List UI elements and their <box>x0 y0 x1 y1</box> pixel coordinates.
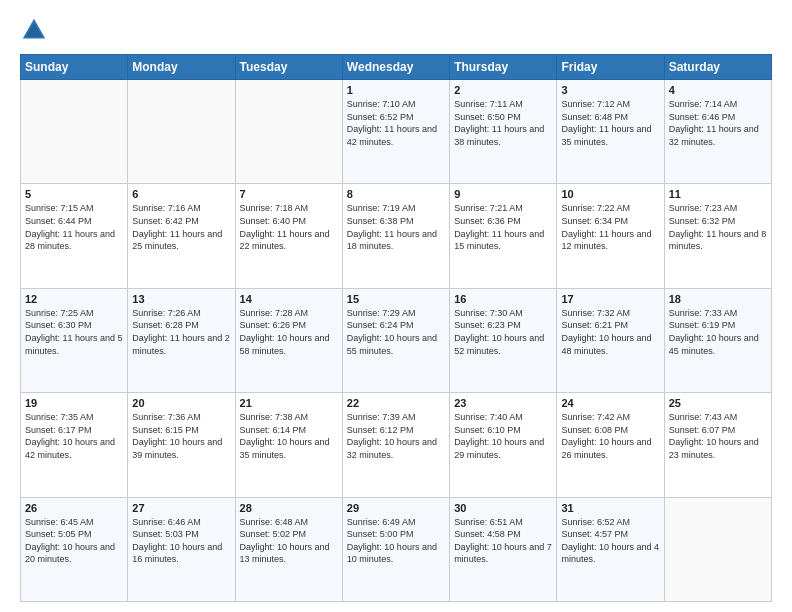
calendar-cell: 31Sunrise: 6:52 AM Sunset: 4:57 PM Dayli… <box>557 497 664 601</box>
calendar-cell: 17Sunrise: 7:32 AM Sunset: 6:21 PM Dayli… <box>557 288 664 392</box>
day-number: 29 <box>347 502 445 514</box>
calendar-day-header: Monday <box>128 55 235 80</box>
day-number: 30 <box>454 502 552 514</box>
day-info: Sunrise: 7:35 AM Sunset: 6:17 PM Dayligh… <box>25 411 123 461</box>
calendar-week-row: 12Sunrise: 7:25 AM Sunset: 6:30 PM Dayli… <box>21 288 772 392</box>
day-number: 5 <box>25 188 123 200</box>
day-info: Sunrise: 7:42 AM Sunset: 6:08 PM Dayligh… <box>561 411 659 461</box>
day-info: Sunrise: 7:28 AM Sunset: 6:26 PM Dayligh… <box>240 307 338 357</box>
day-info: Sunrise: 7:30 AM Sunset: 6:23 PM Dayligh… <box>454 307 552 357</box>
header <box>20 16 772 44</box>
day-info: Sunrise: 7:23 AM Sunset: 6:32 PM Dayligh… <box>669 202 767 252</box>
calendar-cell: 10Sunrise: 7:22 AM Sunset: 6:34 PM Dayli… <box>557 184 664 288</box>
calendar-cell: 30Sunrise: 6:51 AM Sunset: 4:58 PM Dayli… <box>450 497 557 601</box>
calendar-cell: 8Sunrise: 7:19 AM Sunset: 6:38 PM Daylig… <box>342 184 449 288</box>
calendar-cell: 3Sunrise: 7:12 AM Sunset: 6:48 PM Daylig… <box>557 80 664 184</box>
calendar-cell: 13Sunrise: 7:26 AM Sunset: 6:28 PM Dayli… <box>128 288 235 392</box>
calendar-cell: 5Sunrise: 7:15 AM Sunset: 6:44 PM Daylig… <box>21 184 128 288</box>
calendar-week-row: 19Sunrise: 7:35 AM Sunset: 6:17 PM Dayli… <box>21 393 772 497</box>
day-info: Sunrise: 7:22 AM Sunset: 6:34 PM Dayligh… <box>561 202 659 252</box>
calendar-cell <box>128 80 235 184</box>
logo <box>20 16 52 44</box>
calendar-table: SundayMondayTuesdayWednesdayThursdayFrid… <box>20 54 772 602</box>
calendar-cell <box>21 80 128 184</box>
day-info: Sunrise: 7:19 AM Sunset: 6:38 PM Dayligh… <box>347 202 445 252</box>
day-number: 7 <box>240 188 338 200</box>
day-number: 17 <box>561 293 659 305</box>
calendar-cell <box>664 497 771 601</box>
day-info: Sunrise: 7:21 AM Sunset: 6:36 PM Dayligh… <box>454 202 552 252</box>
day-info: Sunrise: 7:39 AM Sunset: 6:12 PM Dayligh… <box>347 411 445 461</box>
calendar-cell: 9Sunrise: 7:21 AM Sunset: 6:36 PM Daylig… <box>450 184 557 288</box>
calendar-day-header: Friday <box>557 55 664 80</box>
day-number: 1 <box>347 84 445 96</box>
day-number: 15 <box>347 293 445 305</box>
calendar-cell: 16Sunrise: 7:30 AM Sunset: 6:23 PM Dayli… <box>450 288 557 392</box>
calendar-cell: 21Sunrise: 7:38 AM Sunset: 6:14 PM Dayli… <box>235 393 342 497</box>
page: SundayMondayTuesdayWednesdayThursdayFrid… <box>0 0 792 612</box>
calendar-cell <box>235 80 342 184</box>
calendar-cell: 26Sunrise: 6:45 AM Sunset: 5:05 PM Dayli… <box>21 497 128 601</box>
day-number: 31 <box>561 502 659 514</box>
day-info: Sunrise: 7:40 AM Sunset: 6:10 PM Dayligh… <box>454 411 552 461</box>
day-number: 28 <box>240 502 338 514</box>
day-number: 25 <box>669 397 767 409</box>
calendar-cell: 24Sunrise: 7:42 AM Sunset: 6:08 PM Dayli… <box>557 393 664 497</box>
day-number: 23 <box>454 397 552 409</box>
calendar-cell: 6Sunrise: 7:16 AM Sunset: 6:42 PM Daylig… <box>128 184 235 288</box>
day-number: 22 <box>347 397 445 409</box>
day-number: 10 <box>561 188 659 200</box>
day-number: 9 <box>454 188 552 200</box>
day-info: Sunrise: 7:32 AM Sunset: 6:21 PM Dayligh… <box>561 307 659 357</box>
day-info: Sunrise: 7:33 AM Sunset: 6:19 PM Dayligh… <box>669 307 767 357</box>
day-info: Sunrise: 6:51 AM Sunset: 4:58 PM Dayligh… <box>454 516 552 566</box>
day-number: 18 <box>669 293 767 305</box>
day-info: Sunrise: 7:15 AM Sunset: 6:44 PM Dayligh… <box>25 202 123 252</box>
day-info: Sunrise: 6:46 AM Sunset: 5:03 PM Dayligh… <box>132 516 230 566</box>
calendar-cell: 18Sunrise: 7:33 AM Sunset: 6:19 PM Dayli… <box>664 288 771 392</box>
logo-icon <box>20 16 48 44</box>
day-info: Sunrise: 7:36 AM Sunset: 6:15 PM Dayligh… <box>132 411 230 461</box>
calendar-cell: 2Sunrise: 7:11 AM Sunset: 6:50 PM Daylig… <box>450 80 557 184</box>
day-info: Sunrise: 7:18 AM Sunset: 6:40 PM Dayligh… <box>240 202 338 252</box>
day-number: 14 <box>240 293 338 305</box>
day-number: 12 <box>25 293 123 305</box>
day-info: Sunrise: 7:26 AM Sunset: 6:28 PM Dayligh… <box>132 307 230 357</box>
day-info: Sunrise: 7:25 AM Sunset: 6:30 PM Dayligh… <box>25 307 123 357</box>
calendar-cell: 1Sunrise: 7:10 AM Sunset: 6:52 PM Daylig… <box>342 80 449 184</box>
day-info: Sunrise: 7:38 AM Sunset: 6:14 PM Dayligh… <box>240 411 338 461</box>
calendar-cell: 12Sunrise: 7:25 AM Sunset: 6:30 PM Dayli… <box>21 288 128 392</box>
day-number: 27 <box>132 502 230 514</box>
day-number: 20 <box>132 397 230 409</box>
calendar-cell: 11Sunrise: 7:23 AM Sunset: 6:32 PM Dayli… <box>664 184 771 288</box>
calendar-cell: 15Sunrise: 7:29 AM Sunset: 6:24 PM Dayli… <box>342 288 449 392</box>
day-info: Sunrise: 7:10 AM Sunset: 6:52 PM Dayligh… <box>347 98 445 148</box>
calendar-cell: 29Sunrise: 6:49 AM Sunset: 5:00 PM Dayli… <box>342 497 449 601</box>
calendar-header-row: SundayMondayTuesdayWednesdayThursdayFrid… <box>21 55 772 80</box>
day-info: Sunrise: 6:45 AM Sunset: 5:05 PM Dayligh… <box>25 516 123 566</box>
day-info: Sunrise: 6:49 AM Sunset: 5:00 PM Dayligh… <box>347 516 445 566</box>
day-number: 3 <box>561 84 659 96</box>
day-number: 24 <box>561 397 659 409</box>
calendar-cell: 28Sunrise: 6:48 AM Sunset: 5:02 PM Dayli… <box>235 497 342 601</box>
day-number: 2 <box>454 84 552 96</box>
calendar-cell: 22Sunrise: 7:39 AM Sunset: 6:12 PM Dayli… <box>342 393 449 497</box>
day-number: 16 <box>454 293 552 305</box>
day-number: 11 <box>669 188 767 200</box>
calendar-week-row: 5Sunrise: 7:15 AM Sunset: 6:44 PM Daylig… <box>21 184 772 288</box>
day-number: 4 <box>669 84 767 96</box>
calendar-cell: 14Sunrise: 7:28 AM Sunset: 6:26 PM Dayli… <box>235 288 342 392</box>
calendar-cell: 27Sunrise: 6:46 AM Sunset: 5:03 PM Dayli… <box>128 497 235 601</box>
day-info: Sunrise: 7:29 AM Sunset: 6:24 PM Dayligh… <box>347 307 445 357</box>
calendar-day-header: Sunday <box>21 55 128 80</box>
day-number: 8 <box>347 188 445 200</box>
day-number: 26 <box>25 502 123 514</box>
day-info: Sunrise: 6:52 AM Sunset: 4:57 PM Dayligh… <box>561 516 659 566</box>
day-info: Sunrise: 7:43 AM Sunset: 6:07 PM Dayligh… <box>669 411 767 461</box>
day-number: 13 <box>132 293 230 305</box>
calendar-cell: 20Sunrise: 7:36 AM Sunset: 6:15 PM Dayli… <box>128 393 235 497</box>
day-info: Sunrise: 7:11 AM Sunset: 6:50 PM Dayligh… <box>454 98 552 148</box>
calendar-day-header: Tuesday <box>235 55 342 80</box>
calendar-cell: 19Sunrise: 7:35 AM Sunset: 6:17 PM Dayli… <box>21 393 128 497</box>
day-info: Sunrise: 7:14 AM Sunset: 6:46 PM Dayligh… <box>669 98 767 148</box>
